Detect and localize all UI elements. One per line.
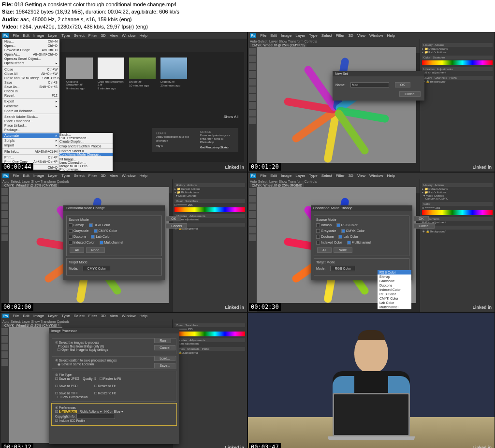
thumb-5: Ps FileEditImageLayerTypeSelectFilter3DV… <box>0 312 248 448</box>
linkedin-badge: Linked in <box>225 445 244 448</box>
mode-select[interactable]: RGB Color <box>330 266 355 271</box>
timestamp: 00:02:00 <box>1 303 33 311</box>
recent-thumb[interactable]: Crop and Straighten 2.tif9 minutes ago <box>98 58 124 90</box>
file-info-header: File: 018 Getting a consistent color thr… <box>0 0 495 32</box>
timestamp: 00:01:20 <box>249 163 281 171</box>
linkedin-badge: Linked in <box>225 305 244 310</box>
cancel-button[interactable]: Cancel <box>399 91 421 97</box>
toolbox[interactable] <box>248 187 257 312</box>
right-panels[interactable]: Color Swatches R ━━━━━ 255 Libraries Adj… <box>172 319 247 448</box>
right-panels[interactable]: History Actions ▸ 📁 Default Actions ▾ 📁 … <box>420 179 495 312</box>
menubar[interactable]: Ps FileEditImageLayerTypeSelectFilter3DV… <box>0 313 247 319</box>
thumb-4: Ps FileEditImageLayerTypeSelectFilter3DV… <box>248 172 495 312</box>
laptop <box>333 393 410 441</box>
ok-button[interactable]: OK <box>395 82 410 87</box>
menubar[interactable]: Ps FileEditImageLayerTypeSelectFilter3DV… <box>248 32 495 39</box>
menubar[interactable]: Ps FileEditImage LayerTypeSelect Filter3… <box>0 32 247 39</box>
run-button[interactable]: Run <box>154 338 171 343</box>
recent-thumb[interactable]: Crop and Straighten.tif9 minutes ago <box>66 58 93 90</box>
recent-thumb[interactable]: Droplet2.tif20 minutes ago <box>160 58 187 90</box>
recent-thumb[interactable]: Droplet.tif10 minutes ago <box>129 58 156 90</box>
thumb-3: Ps FileEditImageLayerTypeSelectFilter3DV… <box>0 172 248 312</box>
image-processor-dialog[interactable]: Image Processor ① Select the images to p… <box>49 328 179 444</box>
timestamp: 00:03:12 <box>1 443 33 448</box>
canvas[interactable] <box>257 47 416 163</box>
linkedin-badge: Linked in <box>472 305 492 310</box>
cancel-button[interactable]: Cancel <box>413 223 435 229</box>
show-all-link[interactable]: Show All <box>223 115 238 119</box>
timestamp: 00:00:44 <box>1 163 33 171</box>
timestamp: 00:03:47 <box>249 443 281 448</box>
thumb-1: Ps FileEditImage LayerTypeSelect Filter3… <box>0 32 248 172</box>
ps-icon: Ps <box>2 33 9 38</box>
ok-button[interactable]: OK <box>166 216 181 221</box>
cmc-dialog[interactable]: Conditional Mode Change Source Mode Bitm… <box>63 205 165 281</box>
right-panels[interactable]: History Actions ▸ 📁 Default Actions ▾ 📁 … <box>172 179 247 312</box>
linkedin-badge: Linked in <box>472 165 492 170</box>
toolbox[interactable] <box>0 327 9 448</box>
timestamp: 00:02:30 <box>249 303 281 311</box>
linkedin-badge: Linked in <box>225 165 244 170</box>
file-menu[interactable]: New...Ctrl+NOpen...Ctrl+OBrowse in Bridg… <box>2 39 59 170</box>
menubar[interactable]: Ps FileEditImageLayerTypeSelectFilter3DV… <box>248 173 495 179</box>
toolbox[interactable] <box>248 47 257 172</box>
learn-cards: LEARNApply corrections to a set of photo… <box>152 128 238 152</box>
thumbnail-grid: Ps FileEditImage LayerTypeSelect Filter3… <box>0 32 495 448</box>
automate-submenu[interactable]: Batch...PDF Presentation...Create Drople… <box>59 133 113 171</box>
cancel-button[interactable]: Cancel <box>154 345 175 350</box>
thumb-2: Ps FileEditImageLayerTypeSelectFilter3DV… <box>248 32 495 172</box>
cmc-dialog[interactable]: Conditional Mode Change Source Mode Bitm… <box>311 205 412 281</box>
ok-button[interactable]: OK <box>413 216 429 221</box>
toolbox[interactable] <box>0 187 9 312</box>
name-input[interactable] <box>350 82 389 87</box>
new-set-dialog[interactable]: New Set Name: OK Cancel <box>333 71 424 101</box>
right-panels[interactable]: History Actions ▸ 📁 Default Actions ▾ 📁 … <box>420 39 495 172</box>
mode-dropdown[interactable]: RGB ColorBitmapGrayscaleDuotoneIndexed C… <box>378 270 411 309</box>
thumb-6: 00:03:47 Linked in <box>248 312 495 448</box>
cancel-button[interactable]: Cancel <box>166 223 187 229</box>
menubar[interactable]: Ps FileEditImageLayerTypeSelectFilter3DV… <box>0 173 247 179</box>
linkedin-badge: Linked in <box>472 445 492 448</box>
